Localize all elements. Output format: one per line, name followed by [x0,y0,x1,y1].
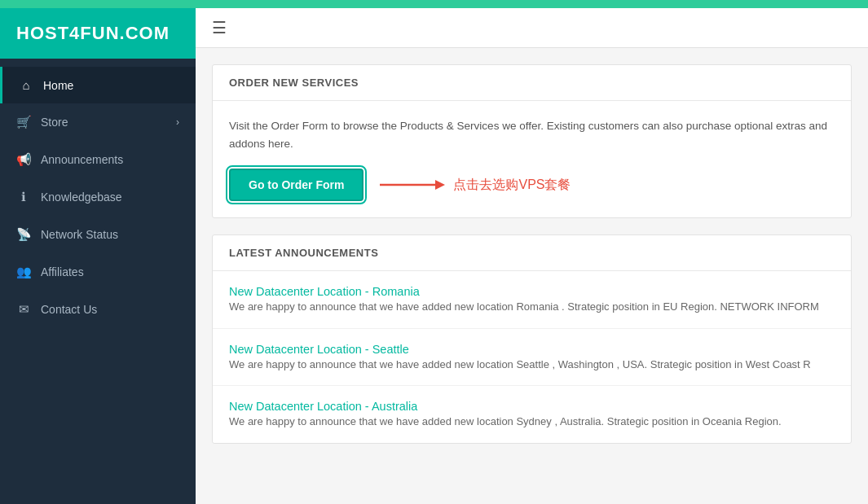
order-description: Visit the Order Form to browse the Produ… [229,117,835,152]
hamburger-icon[interactable]: ☰ [212,18,227,37]
svg-marker-1 [435,180,445,190]
order-section-body: Visit the Order Form to browse the Produ… [213,101,851,217]
announcement-item: New Datacenter Location - RomaniaWe are … [213,271,851,329]
arrow-icon [380,177,445,193]
order-section-header: ORDER NEW SERVICES [213,65,851,101]
sidebar-item-knowledgebase[interactable]: ℹKnowledgebase [0,178,196,216]
sidebar: HOST4FUN.COM ⌂Home🛒Store›📢Announcementsℹ… [0,8,196,504]
network-status-icon: 📡 [16,227,31,242]
announcement-item: New Datacenter Location - SeattleWe are … [213,329,851,387]
sidebar-item-label-home: Home [43,79,73,92]
store-icon: 🛒 [16,115,31,129]
sidebar-item-network-status[interactable]: 📡Network Status [0,216,196,253]
announcement-excerpt: We are happy to announce that we have ad… [229,357,835,373]
sidebar-item-label-knowledgebase: Knowledgebase [41,191,122,204]
announcements-card: LATEST ANNOUNCEMENTS New Datacenter Loca… [212,234,852,444]
topbar-header: ☰ [196,8,868,48]
order-form-area: Go to Order Form 点击去选购VPS套餐 [229,169,835,201]
sidebar-item-store[interactable]: 🛒Store› [0,103,196,141]
content-area: ORDER NEW SERVICES Visit the Order Form … [196,48,868,476]
sidebar-item-contact-us[interactable]: ✉Contact Us [0,291,196,328]
announcement-title[interactable]: New Datacenter Location - Romania [229,285,420,298]
sidebar-nav: ⌂Home🛒Store›📢AnnouncementsℹKnowledgebase… [0,59,196,328]
sidebar-item-home[interactable]: ⌂Home [0,67,196,103]
announcements-header: LATEST ANNOUNCEMENTS [213,235,851,271]
announcements-icon: 📢 [16,152,31,167]
order-form-button[interactable]: Go to Order Form [229,169,364,201]
chevron-right-icon: › [176,116,179,128]
cta-text: 点击去选购VPS套餐 [453,177,571,194]
sidebar-item-label-network-status: Network Status [41,228,118,241]
top-accent-bar [0,0,868,8]
arrow-cta-area: 点击去选购VPS套餐 [380,177,571,194]
contact-us-icon: ✉ [16,302,31,317]
affiliates-icon: 👥 [16,265,31,279]
order-services-card: ORDER NEW SERVICES Visit the Order Form … [212,64,852,218]
sidebar-item-label-store: Store [41,116,68,129]
announcement-title[interactable]: New Datacenter Location - Australia [229,400,417,413]
sidebar-item-announcements[interactable]: 📢Announcements [0,141,196,178]
knowledgebase-icon: ℹ [16,190,31,204]
announcement-item: New Datacenter Location - AustraliaWe ar… [213,386,851,443]
sidebar-item-label-announcements: Announcements [41,153,123,166]
sidebar-item-label-contact-us: Contact Us [41,303,97,316]
main-content: ☰ ORDER NEW SERVICES Visit the Order For… [196,8,868,504]
sidebar-item-label-affiliates: Affiliates [41,265,84,278]
brand-logo: HOST4FUN.COM [0,8,196,59]
announcement-excerpt: We are happy to announce that we have ad… [229,414,835,430]
announcements-list: New Datacenter Location - RomaniaWe are … [213,271,851,443]
announcement-title[interactable]: New Datacenter Location - Seattle [229,343,409,356]
announcement-excerpt: We are happy to announce that we have ad… [229,299,835,315]
sidebar-item-affiliates[interactable]: 👥Affiliates [0,253,196,291]
home-icon: ⌂ [19,78,33,92]
